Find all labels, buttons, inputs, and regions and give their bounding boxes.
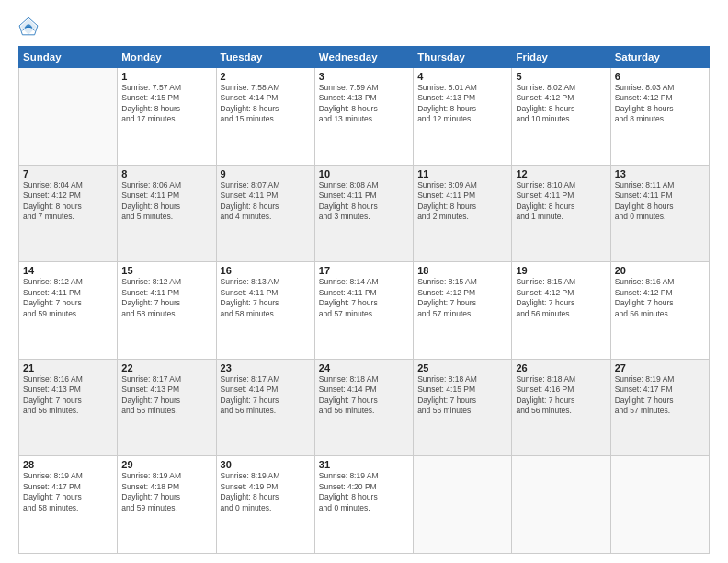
calendar-cell xyxy=(414,456,512,554)
calendar-cell: 27Sunrise: 8:19 AM Sunset: 4:17 PM Dayli… xyxy=(610,359,709,456)
day-number: 26 xyxy=(516,362,606,373)
day-number: 23 xyxy=(221,362,311,373)
day-number: 19 xyxy=(516,265,606,276)
column-header-saturday: Saturday xyxy=(610,47,709,68)
calendar-cell: 24Sunrise: 8:18 AM Sunset: 4:14 PM Dayli… xyxy=(314,359,413,456)
calendar-cell: 19Sunrise: 8:15 AM Sunset: 4:12 PM Dayli… xyxy=(512,262,610,360)
calendar-cell: 5Sunrise: 8:02 AM Sunset: 4:12 PM Daylig… xyxy=(512,68,610,166)
day-info: Sunrise: 8:16 AM Sunset: 4:12 PM Dayligh… xyxy=(615,277,705,319)
calendar-cell xyxy=(512,456,610,554)
day-info: Sunrise: 8:18 AM Sunset: 4:16 PM Dayligh… xyxy=(516,374,606,417)
calendar-cell xyxy=(19,68,118,166)
calendar-cell: 11Sunrise: 8:09 AM Sunset: 4:11 PM Dayli… xyxy=(414,165,512,262)
calendar-cell: 18Sunrise: 8:15 AM Sunset: 4:12 PM Dayli… xyxy=(414,262,512,360)
day-info: Sunrise: 8:18 AM Sunset: 4:15 PM Dayligh… xyxy=(417,374,507,417)
day-info: Sunrise: 8:19 AM Sunset: 4:18 PM Dayligh… xyxy=(121,471,211,513)
calendar-cell: 12Sunrise: 8:10 AM Sunset: 4:11 PM Dayli… xyxy=(512,165,610,262)
calendar-cell: 29Sunrise: 8:19 AM Sunset: 4:18 PM Dayli… xyxy=(118,456,216,554)
day-info: Sunrise: 8:14 AM Sunset: 4:11 PM Dayligh… xyxy=(319,277,409,319)
calendar-cell: 31Sunrise: 8:19 AM Sunset: 4:20 PM Dayli… xyxy=(314,456,413,554)
calendar-week-row: 1Sunrise: 7:57 AM Sunset: 4:15 PM Daylig… xyxy=(19,68,710,166)
column-header-tuesday: Tuesday xyxy=(216,47,314,68)
day-info: Sunrise: 8:19 AM Sunset: 4:17 PM Dayligh… xyxy=(23,471,113,513)
day-info: Sunrise: 8:11 AM Sunset: 4:11 PM Dayligh… xyxy=(615,180,705,223)
calendar-cell: 1Sunrise: 7:57 AM Sunset: 4:15 PM Daylig… xyxy=(118,68,216,166)
calendar-cell: 25Sunrise: 8:18 AM Sunset: 4:15 PM Dayli… xyxy=(414,359,512,456)
day-info: Sunrise: 7:57 AM Sunset: 4:15 PM Dayligh… xyxy=(121,83,211,125)
day-number: 24 xyxy=(319,362,409,373)
day-number: 10 xyxy=(319,168,409,179)
day-info: Sunrise: 8:07 AM Sunset: 4:11 PM Dayligh… xyxy=(221,180,311,223)
day-info: Sunrise: 7:58 AM Sunset: 4:14 PM Dayligh… xyxy=(221,83,311,125)
calendar-cell: 22Sunrise: 8:17 AM Sunset: 4:13 PM Dayli… xyxy=(118,359,216,456)
calendar-cell: 30Sunrise: 8:19 AM Sunset: 4:19 PM Dayli… xyxy=(216,456,314,554)
day-info: Sunrise: 8:18 AM Sunset: 4:14 PM Dayligh… xyxy=(319,374,409,417)
day-number: 6 xyxy=(615,71,705,82)
calendar-cell: 2Sunrise: 7:58 AM Sunset: 4:14 PM Daylig… xyxy=(216,68,314,166)
calendar-week-row: 21Sunrise: 8:16 AM Sunset: 4:13 PM Dayli… xyxy=(19,359,710,456)
calendar-cell: 3Sunrise: 7:59 AM Sunset: 4:13 PM Daylig… xyxy=(314,68,413,166)
day-number: 2 xyxy=(221,71,311,82)
calendar-cell: 26Sunrise: 8:18 AM Sunset: 4:16 PM Dayli… xyxy=(512,359,610,456)
day-number: 8 xyxy=(121,168,211,179)
column-header-wednesday: Wednesday xyxy=(314,47,413,68)
day-info: Sunrise: 8:19 AM Sunset: 4:17 PM Dayligh… xyxy=(615,374,705,417)
day-info: Sunrise: 8:09 AM Sunset: 4:11 PM Dayligh… xyxy=(417,180,507,223)
day-number: 4 xyxy=(417,71,507,82)
day-number: 12 xyxy=(516,168,606,179)
day-info: Sunrise: 8:08 AM Sunset: 4:11 PM Dayligh… xyxy=(319,180,409,223)
calendar-cell: 20Sunrise: 8:16 AM Sunset: 4:12 PM Dayli… xyxy=(610,262,709,360)
calendar-cell: 16Sunrise: 8:13 AM Sunset: 4:11 PM Dayli… xyxy=(216,262,314,360)
calendar-cell: 6Sunrise: 8:03 AM Sunset: 4:12 PM Daylig… xyxy=(610,68,709,166)
calendar-cell xyxy=(610,456,709,554)
day-number: 18 xyxy=(417,265,507,276)
calendar-cell: 9Sunrise: 8:07 AM Sunset: 4:11 PM Daylig… xyxy=(216,165,314,262)
day-info: Sunrise: 8:04 AM Sunset: 4:12 PM Dayligh… xyxy=(23,180,113,223)
calendar-cell: 7Sunrise: 8:04 AM Sunset: 4:12 PM Daylig… xyxy=(19,165,118,262)
day-number: 25 xyxy=(417,362,507,373)
calendar-cell: 17Sunrise: 8:14 AM Sunset: 4:11 PM Dayli… xyxy=(314,262,413,360)
logo-icon xyxy=(18,17,39,37)
day-info: Sunrise: 8:16 AM Sunset: 4:13 PM Dayligh… xyxy=(23,374,113,417)
day-number: 30 xyxy=(221,459,311,470)
column-header-thursday: Thursday xyxy=(414,47,512,68)
page-header xyxy=(18,17,710,37)
day-info: Sunrise: 8:10 AM Sunset: 4:11 PM Dayligh… xyxy=(516,180,606,223)
day-number: 11 xyxy=(417,168,507,179)
day-info: Sunrise: 8:19 AM Sunset: 4:20 PM Dayligh… xyxy=(319,471,409,513)
calendar-table: SundayMondayTuesdayWednesdayThursdayFrid… xyxy=(18,46,710,554)
day-info: Sunrise: 8:12 AM Sunset: 4:11 PM Dayligh… xyxy=(121,277,211,319)
day-number: 17 xyxy=(319,265,409,276)
day-number: 28 xyxy=(23,459,113,470)
day-info: Sunrise: 8:02 AM Sunset: 4:12 PM Dayligh… xyxy=(516,83,606,125)
day-info: Sunrise: 8:06 AM Sunset: 4:11 PM Dayligh… xyxy=(121,180,211,223)
day-info: Sunrise: 8:19 AM Sunset: 4:19 PM Dayligh… xyxy=(221,471,311,513)
day-info: Sunrise: 8:12 AM Sunset: 4:11 PM Dayligh… xyxy=(23,277,113,319)
calendar-cell: 8Sunrise: 8:06 AM Sunset: 4:11 PM Daylig… xyxy=(118,165,216,262)
day-number: 3 xyxy=(319,71,409,82)
day-info: Sunrise: 8:15 AM Sunset: 4:12 PM Dayligh… xyxy=(516,277,606,319)
calendar-cell: 28Sunrise: 8:19 AM Sunset: 4:17 PM Dayli… xyxy=(19,456,118,554)
day-number: 1 xyxy=(121,71,211,82)
calendar-week-row: 7Sunrise: 8:04 AM Sunset: 4:12 PM Daylig… xyxy=(19,165,710,262)
column-header-friday: Friday xyxy=(512,47,610,68)
calendar-cell: 21Sunrise: 8:16 AM Sunset: 4:13 PM Dayli… xyxy=(19,359,118,456)
day-number: 5 xyxy=(516,71,606,82)
calendar-cell: 13Sunrise: 8:11 AM Sunset: 4:11 PM Dayli… xyxy=(610,165,709,262)
day-number: 7 xyxy=(23,168,113,179)
day-number: 31 xyxy=(319,459,409,470)
calendar-week-row: 28Sunrise: 8:19 AM Sunset: 4:17 PM Dayli… xyxy=(19,456,710,554)
logo xyxy=(18,17,40,37)
day-number: 16 xyxy=(221,265,311,276)
day-info: Sunrise: 8:17 AM Sunset: 4:13 PM Dayligh… xyxy=(121,374,211,417)
day-number: 9 xyxy=(221,168,311,179)
day-info: Sunrise: 7:59 AM Sunset: 4:13 PM Dayligh… xyxy=(319,83,409,125)
calendar-cell: 14Sunrise: 8:12 AM Sunset: 4:11 PM Dayli… xyxy=(19,262,118,360)
day-info: Sunrise: 8:13 AM Sunset: 4:11 PM Dayligh… xyxy=(221,277,311,319)
calendar-cell: 23Sunrise: 8:17 AM Sunset: 4:14 PM Dayli… xyxy=(216,359,314,456)
calendar-cell: 4Sunrise: 8:01 AM Sunset: 4:13 PM Daylig… xyxy=(414,68,512,166)
day-info: Sunrise: 8:03 AM Sunset: 4:12 PM Dayligh… xyxy=(615,83,705,125)
calendar-cell: 10Sunrise: 8:08 AM Sunset: 4:11 PM Dayli… xyxy=(314,165,413,262)
day-info: Sunrise: 8:15 AM Sunset: 4:12 PM Dayligh… xyxy=(417,277,507,319)
calendar-cell: 15Sunrise: 8:12 AM Sunset: 4:11 PM Dayli… xyxy=(118,262,216,360)
